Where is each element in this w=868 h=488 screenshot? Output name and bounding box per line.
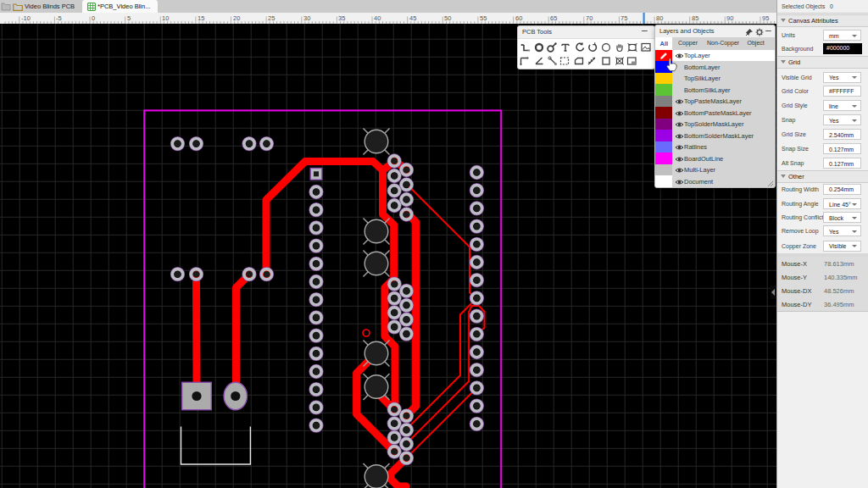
- svg-text:85: 85: [692, 14, 698, 22]
- svg-text:10: 10: [162, 14, 169, 22]
- svg-text:35: 35: [338, 14, 345, 22]
- svg-text:90: 90: [726, 14, 733, 22]
- svg-text:20: 20: [233, 14, 240, 22]
- svg-text:30: 30: [303, 14, 310, 22]
- svg-text:55: 55: [480, 14, 487, 22]
- svg-text:45: 45: [409, 14, 416, 22]
- svg-text:-5: -5: [56, 14, 62, 22]
- svg-text:65: 65: [550, 14, 557, 22]
- svg-text:70: 70: [586, 14, 593, 22]
- svg-text:0: 0: [92, 14, 95, 22]
- svg-text:5: 5: [127, 14, 131, 22]
- svg-text:-10: -10: [21, 14, 31, 22]
- svg-text:60: 60: [515, 14, 522, 22]
- svg-text:25: 25: [268, 14, 275, 22]
- svg-text:40: 40: [374, 14, 381, 22]
- svg-text:95: 95: [762, 14, 769, 22]
- svg-text:15: 15: [198, 14, 204, 22]
- svg-text:50: 50: [444, 14, 451, 22]
- svg-text:75: 75: [620, 14, 627, 22]
- svg-text:80: 80: [656, 14, 663, 22]
